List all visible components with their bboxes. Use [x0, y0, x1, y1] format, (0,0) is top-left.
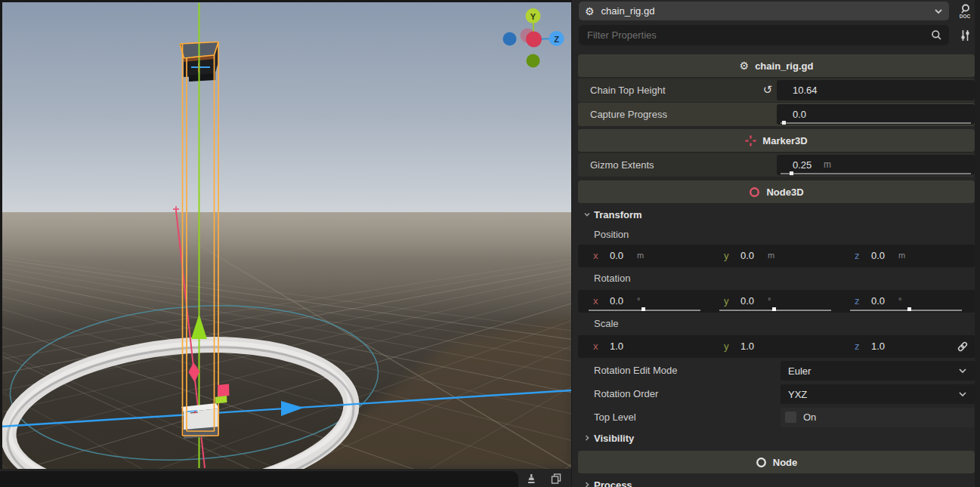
row-top-level: Top Level On	[578, 406, 975, 429]
gizmo-extents-slider[interactable]	[781, 173, 971, 174]
row-gizmo-extents: Gizmo Extents 0.25 m	[578, 153, 975, 177]
property-label: Capture Progress	[590, 103, 667, 126]
axis-neg-y-ball[interactable]	[527, 54, 540, 68]
axis-unit: m	[637, 245, 644, 267]
position-label: Position	[594, 225, 629, 244]
axis-letter: y	[724, 245, 729, 267]
axis-value: 1.0	[871, 335, 885, 358]
property-unit: m	[824, 155, 831, 175]
search-docs-icon: DOC	[957, 3, 973, 20]
scene-canvas[interactable]: Y Z	[0, 0, 571, 469]
rotation-xyz-row: x 0.0 ° y 0.0 ° z 0.0 °	[578, 290, 975, 313]
gizmo-extents-field[interactable]: 0.25 m	[777, 155, 975, 175]
inspector-right-edge	[975, 0, 980, 487]
copy-output-button[interactable]	[549, 472, 563, 485]
position-x-field[interactable]: x 0.0 m	[578, 245, 709, 267]
axis-letter: x	[593, 245, 598, 267]
dropdown-value: YXZ	[788, 389, 958, 400]
axis-x-ball[interactable]	[526, 32, 542, 48]
row-rotation-edit-mode: Rotation Edit Mode Euler	[578, 359, 975, 382]
inspector-panel: ⚙ chain_rig.gd DOC	[571, 0, 980, 487]
rotation-z-slider[interactable]	[850, 310, 962, 311]
axis-neg-z-ball[interactable]	[503, 32, 517, 46]
rotation-y-slider[interactable]	[719, 310, 831, 311]
axis-value: 1.0	[740, 335, 754, 358]
revert-property-button[interactable]: ↺	[758, 79, 778, 102]
slider-handle[interactable]	[907, 307, 911, 311]
slider-handle[interactable]	[772, 307, 776, 311]
capture-progress-slider[interactable]	[781, 122, 971, 124]
output-log-area[interactable]	[0, 471, 518, 487]
axis-letter: y	[724, 335, 729, 358]
property-label: Chain Top Height	[590, 79, 666, 102]
chevron-right-icon	[582, 479, 592, 487]
filter-properties-input[interactable]	[586, 29, 931, 42]
top-level-checkbox[interactable]	[785, 411, 796, 423]
chain-top-height-field[interactable]: 10.64	[777, 80, 975, 100]
row-chain-top-height: Chain Top Height ↺ 10.64	[578, 79, 975, 102]
property-label: Top Level	[594, 406, 636, 429]
script-selector-value: chain_rig.gd	[601, 5, 934, 17]
scale-z-field[interactable]: z 1.0	[839, 335, 970, 358]
section-title: Process	[594, 476, 632, 487]
node-icon	[756, 457, 767, 468]
axis-unit: m	[898, 245, 905, 267]
property-label: Gizmo Extents	[590, 153, 654, 177]
property-value: 10.64	[793, 80, 818, 100]
scale-x-field[interactable]: x 1.0	[578, 335, 709, 358]
axis-unit: m	[768, 245, 774, 267]
axis-letter: z	[855, 245, 860, 267]
viewport-left-border	[0, 0, 2, 469]
checkbox-label: On	[803, 408, 816, 427]
capture-progress-field[interactable]: 0.0	[777, 104, 975, 125]
gear-icon: ⚙	[740, 60, 750, 72]
category-title: Node3D	[766, 186, 803, 198]
section-transform[interactable]: Transform	[578, 205, 975, 224]
godot-editor-window: Y Z ⚙ chain_rig.gd	[0, 0, 980, 487]
slider-handle[interactable]	[790, 171, 793, 175]
category-header-node3d[interactable]: Node3D	[578, 180, 975, 203]
rotation-x-field[interactable]: x 0.0 °	[578, 290, 709, 313]
category-header-node[interactable]: Node	[578, 451, 975, 473]
section-process[interactable]: Process	[578, 476, 975, 487]
axis-y-label: Y	[530, 12, 536, 21]
move-gizmo-plane-handle-pink[interactable]	[218, 384, 230, 397]
position-y-field[interactable]: y 0.0 m	[709, 245, 839, 267]
position-z-field[interactable]: z 0.0 m	[839, 245, 970, 267]
inspector-tools-button[interactable]	[955, 27, 975, 44]
rotation-edit-mode-dropdown[interactable]: Euler	[781, 361, 975, 381]
row-capture-progress: Capture Progress 0.0	[578, 103, 975, 126]
axis-z-label: Z	[554, 35, 559, 44]
copy-icon	[551, 473, 561, 484]
node3d-icon	[749, 186, 760, 198]
chevron-down-icon	[958, 368, 967, 374]
axis-value: 0.0	[871, 245, 885, 267]
clear-icon	[526, 473, 536, 484]
output-bottom-bar	[0, 469, 571, 487]
search-icon	[931, 29, 942, 41]
dropdown-value: Euler	[788, 365, 958, 377]
section-visibility[interactable]: Visibility	[578, 429, 975, 448]
rotation-y-field[interactable]: y 0.0 °	[709, 290, 839, 313]
scale-link-button[interactable]	[957, 341, 969, 353]
open-docs-button[interactable]: DOC	[954, 2, 975, 20]
scale-y-field[interactable]: y 1.0	[709, 335, 839, 358]
category-header-marker3d[interactable]: Marker3D	[578, 129, 975, 152]
section-title: Visibility	[594, 429, 634, 448]
property-value: 0.0	[793, 104, 806, 125]
rotation-x-slider[interactable]	[589, 310, 700, 311]
rotation-z-field[interactable]: z 0.0 °	[839, 290, 970, 313]
position-xyz-row: x 0.0 m y 0.0 m z 0.0 m	[578, 245, 975, 267]
axis-value: 0.0	[610, 245, 623, 267]
script-selector-dropdown[interactable]: ⚙ chain_rig.gd	[579, 2, 949, 20]
filter-properties-field[interactable]	[579, 25, 949, 45]
rotation-label: Rotation	[594, 269, 630, 288]
clear-output-button[interactable]	[524, 472, 538, 485]
rotation-order-dropdown[interactable]: YXZ	[781, 384, 975, 404]
viewport-3d[interactable]: Y Z	[0, 0, 571, 469]
section-title: Transform	[594, 205, 642, 224]
slider-handle[interactable]	[782, 121, 786, 125]
property-label: Rotation Edit Mode	[594, 359, 678, 382]
slider-handle[interactable]	[641, 307, 645, 311]
category-header-script[interactable]: ⚙ chain_rig.gd	[578, 54, 975, 77]
